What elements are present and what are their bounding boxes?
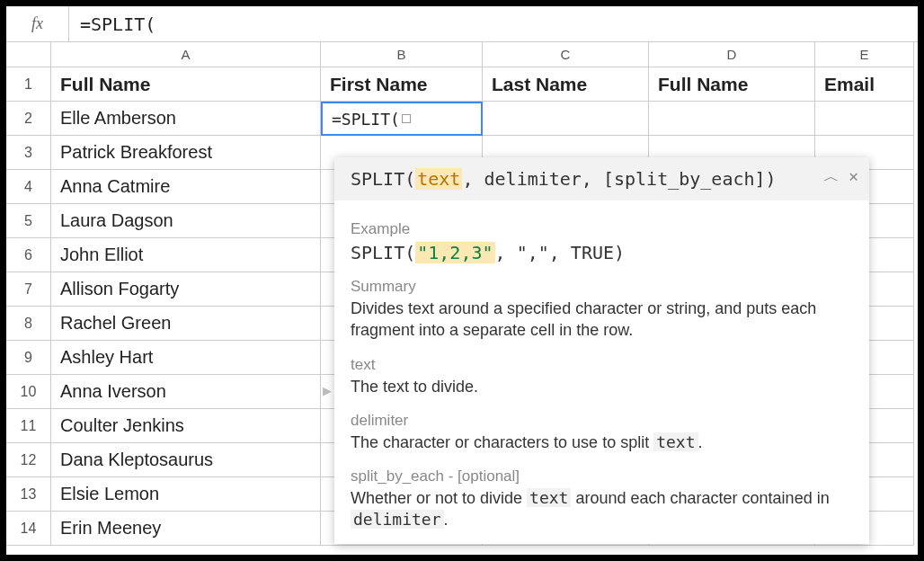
- example-line: SPLIT("1,2,3", ",", TRUE): [351, 242, 853, 263]
- cell[interactable]: First Name: [321, 67, 483, 102]
- row-header[interactable]: 3: [6, 136, 51, 170]
- row-header[interactable]: 12: [6, 443, 51, 477]
- row-header[interactable]: 11: [6, 409, 51, 443]
- summary-text: Divides text around a specified characte…: [351, 298, 853, 342]
- caret-left-icon: ▶: [323, 384, 332, 397]
- example-label: Example: [351, 220, 853, 238]
- t: The character or characters to use to sp…: [351, 433, 653, 451]
- cell[interactable]: Erin Meeney: [51, 512, 321, 546]
- cell[interactable]: Ashley Hart: [51, 341, 321, 375]
- cell[interactable]: Full Name: [51, 67, 321, 102]
- tooltip-signature: SPLIT(text, delimiter, [split_by_each]) …: [334, 157, 869, 200]
- cell[interactable]: Elsie Lemon: [51, 477, 321, 512]
- sig-arg-current: text: [415, 168, 462, 190]
- fx-icon[interactable]: fx: [6, 6, 69, 41]
- t: Whether or not to divide: [351, 489, 527, 507]
- cell[interactable]: Anna Catmire: [51, 170, 321, 204]
- row-2: 2 Elle Amberson =SPLIT(: [6, 102, 918, 136]
- param-text-label: text: [351, 356, 853, 374]
- param-delim-label: delimiter: [351, 412, 853, 430]
- row-header[interactable]: 6: [6, 238, 51, 272]
- cell[interactable]: Rachel Green: [51, 307, 321, 341]
- cursor-icon: [402, 114, 411, 123]
- cell[interactable]: Laura Dagson: [51, 204, 321, 238]
- code: text: [653, 432, 697, 451]
- cell[interactable]: John Elliot: [51, 238, 321, 272]
- col-header-C[interactable]: C: [483, 42, 649, 67]
- cell[interactable]: Allison Fogarty: [51, 272, 321, 307]
- row-header[interactable]: 5: [6, 204, 51, 238]
- cell[interactable]: Email: [815, 67, 914, 102]
- row-header[interactable]: 14: [6, 512, 51, 546]
- code: text: [527, 488, 571, 507]
- row-header[interactable]: 9: [6, 341, 51, 375]
- cell[interactable]: Coulter Jenkins: [51, 409, 321, 443]
- col-header-B[interactable]: B: [321, 42, 483, 67]
- param-delim-desc: The character or characters to use to sp…: [351, 432, 853, 453]
- spreadsheet-app: fx =SPLIT( A B C D E 1 Full Name First N…: [6, 6, 918, 555]
- close-icon[interactable]: ✕: [848, 165, 858, 187]
- cell-formula-text: =SPLIT(: [332, 110, 400, 129]
- t: .: [444, 511, 449, 529]
- select-all-corner[interactable]: [6, 42, 51, 67]
- ex-rest: , ",", TRUE): [495, 242, 626, 263]
- param-split-desc: Whether or not to divide text around eac…: [351, 487, 853, 531]
- sig-fn: SPLIT(: [351, 168, 415, 190]
- param-text-desc: The text to divide.: [351, 376, 853, 397]
- sig-rest: , delimiter, [split_by_each]): [462, 168, 776, 190]
- tooltip-body: Example SPLIT("1,2,3", ",", TRUE) Summar…: [334, 200, 869, 544]
- tooltip-controls: ︿ ✕: [823, 165, 858, 187]
- formula-help-tooltip: ▶ SPLIT(text, delimiter, [split_by_each]…: [334, 157, 869, 544]
- cell[interactable]: [649, 102, 815, 136]
- row-header[interactable]: 4: [6, 170, 51, 204]
- col-header-A[interactable]: A: [51, 42, 321, 67]
- summary-label: Summary: [351, 278, 853, 296]
- col-header-E[interactable]: E: [815, 42, 914, 67]
- row-1: 1 Full Name First Name Last Name Full Na…: [6, 67, 918, 102]
- t: .: [698, 433, 703, 451]
- ex-fn: SPLIT(: [351, 242, 415, 263]
- cell[interactable]: [483, 102, 649, 136]
- column-headers: A B C D E: [6, 42, 918, 67]
- cell[interactable]: Anna Iverson: [51, 375, 321, 409]
- row-header[interactable]: 8: [6, 307, 51, 341]
- row-header[interactable]: 1: [6, 67, 51, 102]
- ex-arg1: "1,2,3": [415, 242, 494, 263]
- row-header[interactable]: 10: [6, 375, 51, 409]
- cell[interactable]: Last Name: [483, 67, 649, 102]
- active-cell[interactable]: =SPLIT(: [321, 102, 483, 136]
- cell[interactable]: Dana Kleptosaurus: [51, 443, 321, 477]
- t: around each character contained in: [571, 489, 829, 507]
- formula-input[interactable]: =SPLIT(: [69, 6, 918, 41]
- cell[interactable]: [815, 102, 914, 136]
- cell[interactable]: Elle Amberson: [51, 102, 321, 136]
- code: delimiter: [351, 510, 444, 529]
- col-header-D[interactable]: D: [649, 42, 815, 67]
- collapse-icon[interactable]: ︿: [823, 165, 840, 187]
- cell[interactable]: Patrick Breakforest: [51, 136, 321, 170]
- row-header[interactable]: 13: [6, 477, 51, 512]
- param-split-label: split_by_each - [optional]: [351, 468, 853, 485]
- row-header[interactable]: 7: [6, 272, 51, 307]
- row-header[interactable]: 2: [6, 102, 51, 136]
- cell[interactable]: Full Name: [649, 67, 815, 102]
- formula-bar: fx =SPLIT(: [6, 6, 918, 42]
